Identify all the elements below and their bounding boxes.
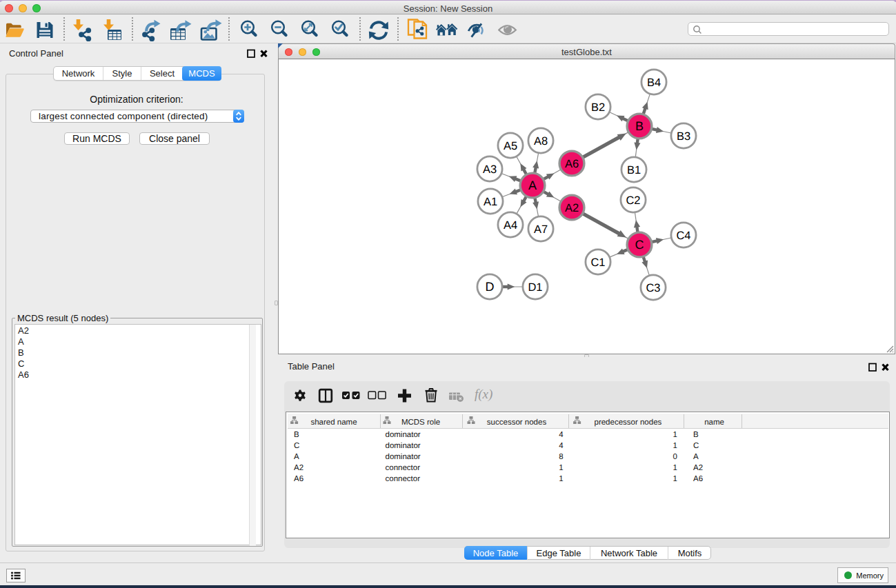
svg-text:B4: B4 — [647, 77, 661, 89]
svg-text:C1: C1 — [590, 256, 605, 269]
svg-text:D1: D1 — [528, 281, 542, 294]
svg-text:B: B — [294, 431, 299, 439]
svg-text:B2: B2 — [591, 101, 605, 114]
svg-text:B: B — [635, 119, 644, 133]
svg-text:4: 4 — [559, 442, 564, 450]
svg-text:A1: A1 — [484, 196, 497, 208]
svg-text:connector: connector — [386, 475, 421, 483]
svg-text:C: C — [294, 442, 299, 450]
svg-text:A8: A8 — [534, 135, 548, 148]
svg-text:MCDS role: MCDS role — [401, 418, 440, 427]
svg-text:A2: A2 — [693, 464, 703, 472]
svg-text:1: 1 — [559, 464, 563, 472]
svg-text:A4: A4 — [504, 219, 517, 232]
svg-text:A: A — [693, 453, 699, 461]
svg-text:C: C — [693, 442, 699, 450]
svg-text:A6: A6 — [565, 158, 579, 170]
svg-text:1: 1 — [673, 442, 677, 450]
svg-text:0: 0 — [673, 453, 677, 461]
svg-text:A5: A5 — [504, 140, 517, 152]
svg-text:B: B — [693, 431, 699, 439]
svg-text:predecessor nodes: predecessor nodes — [594, 418, 661, 427]
svg-text:1: 1 — [673, 431, 677, 439]
svg-text:1: 1 — [559, 475, 563, 483]
svg-text:C3: C3 — [646, 282, 660, 294]
svg-text:A: A — [528, 179, 537, 192]
svg-text:A: A — [294, 453, 299, 461]
svg-text:B3: B3 — [677, 130, 690, 143]
svg-text:1: 1 — [673, 475, 677, 483]
svg-text:A2: A2 — [565, 202, 579, 214]
svg-text:A7: A7 — [534, 223, 548, 236]
svg-text:dominator: dominator — [386, 431, 421, 439]
svg-text:1: 1 — [673, 464, 677, 472]
svg-text:C4: C4 — [676, 230, 690, 242]
svg-text:B1: B1 — [627, 164, 641, 176]
svg-text:dominator: dominator — [386, 442, 421, 450]
svg-text:4: 4 — [559, 431, 564, 439]
svg-text:C2: C2 — [626, 194, 640, 207]
svg-text:C: C — [635, 238, 644, 252]
svg-text:8: 8 — [559, 453, 563, 461]
svg-text:shared name: shared name — [310, 418, 357, 427]
svg-text:D: D — [486, 280, 495, 294]
svg-text:successor nodes: successor nodes — [487, 418, 547, 427]
svg-text:name: name — [704, 418, 724, 427]
svg-text:A2: A2 — [294, 464, 303, 472]
svg-text:connector: connector — [386, 464, 421, 472]
svg-text:A6: A6 — [294, 475, 303, 483]
svg-text:A6: A6 — [693, 475, 703, 483]
svg-text:dominator: dominator — [386, 453, 421, 461]
svg-text:A3: A3 — [483, 163, 497, 176]
